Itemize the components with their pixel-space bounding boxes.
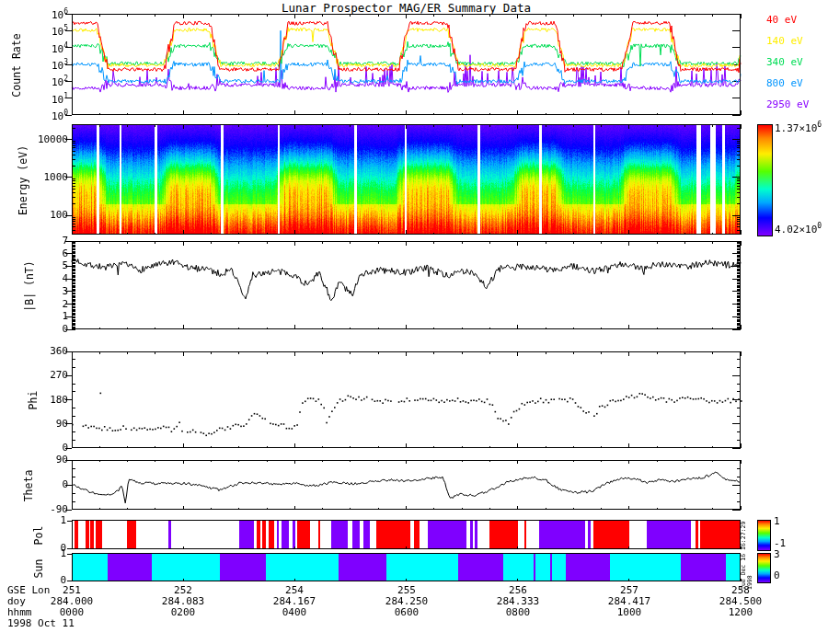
sun-colorbar-max: 3: [774, 549, 780, 560]
tick-label: 180: [42, 395, 68, 406]
pol-colorbar: [757, 520, 771, 551]
tick-label: 90: [42, 419, 68, 430]
legend-entry: 340 eV: [766, 57, 803, 68]
figure-root: Lunar Prospector MAG/ER Summary Data Cou…: [0, 0, 828, 644]
tick-label: 105: [37, 23, 68, 38]
tick-label: 1: [52, 515, 66, 526]
pol-colorbar-max: 1: [774, 516, 780, 527]
legend-entry: 140 eV: [766, 36, 803, 47]
tick-label: 101: [37, 91, 68, 106]
tick-label: 3: [48, 286, 68, 297]
tick-label: 104: [37, 40, 68, 55]
tick-label: 10000: [26, 134, 68, 145]
theta-axis-label: Theta: [22, 467, 35, 504]
date-label: 1998 Oct 11: [7, 618, 75, 629]
tick-label: 1200: [699, 607, 782, 618]
bmag-axis-label: |B| (nT): [23, 259, 36, 314]
tick-label: 100: [26, 210, 68, 221]
tick-label: 0: [42, 443, 68, 454]
tick-label: 360: [42, 346, 68, 357]
tick-label: 1000: [588, 607, 671, 618]
legend-entry: 800 eV: [766, 78, 803, 89]
tick-label: 1000: [26, 172, 68, 183]
tick-label: 2: [48, 299, 68, 310]
sun-colorbar-min: 0: [774, 570, 780, 581]
tick-label: 100: [37, 108, 68, 122]
legend-entry: 2950 eV: [766, 99, 809, 110]
colorbar-max-label: 1.37×106: [775, 120, 822, 134]
tick-label: 0: [37, 479, 68, 490]
tick-label: 0: [48, 324, 68, 335]
creation-timestamp: Tue Dec 16 16:27:29 1998: [741, 509, 753, 590]
tick-label: 0000: [30, 607, 113, 618]
tick-label: 7: [48, 236, 68, 247]
sun-axis-label: Sun: [32, 558, 45, 580]
phi-axis-label: Phi: [27, 387, 40, 413]
tick-label: 1: [52, 548, 66, 559]
spectrogram-colorbar: [757, 124, 773, 236]
legend-entry: 40 eV: [766, 15, 797, 26]
tick-label: 5: [48, 260, 68, 271]
tick-label: 90: [37, 454, 68, 466]
tick-label: 103: [37, 57, 68, 72]
colorbar-min-label: 4.02×100: [775, 221, 822, 236]
tick-label: 106: [37, 6, 68, 21]
tick-label: 0200: [142, 607, 224, 618]
plot-overlay: [0, 0, 828, 644]
tick-label: 0800: [477, 607, 559, 618]
tick-label: 6: [48, 248, 68, 259]
tick-label: 1: [48, 311, 68, 322]
pol-axis-label: Pol: [32, 524, 45, 546]
tick-label: 0600: [365, 607, 448, 618]
count-rate-axis-label: Count Rate: [10, 29, 23, 102]
tick-label: 102: [37, 74, 68, 88]
sun-colorbar: [757, 553, 771, 583]
tick-label: 270: [42, 370, 68, 381]
tick-label: 0400: [253, 607, 336, 618]
tick-label: 4: [48, 273, 68, 284]
